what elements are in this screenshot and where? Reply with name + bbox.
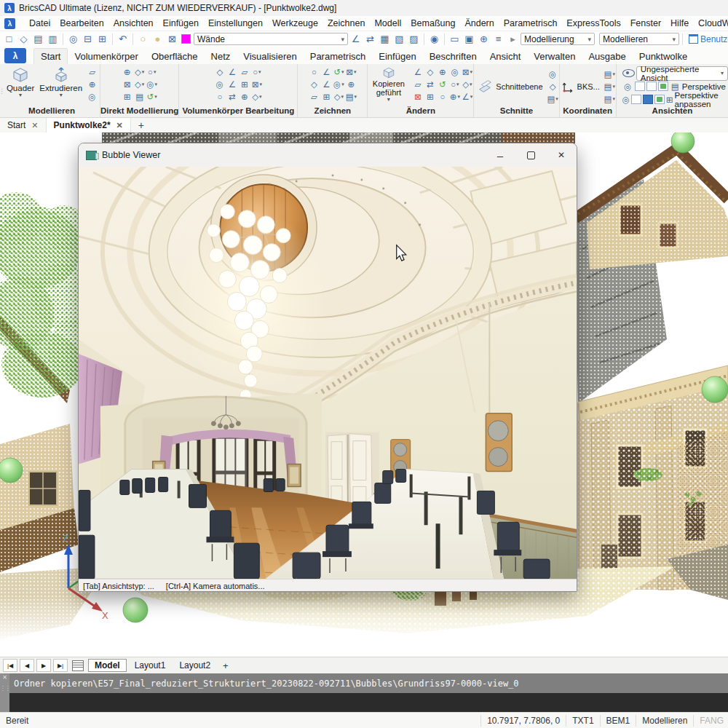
tab-ausgabe[interactable]: Ausgabe bbox=[582, 49, 632, 64]
close-button[interactable] bbox=[546, 143, 577, 167]
tool-icon[interactable] bbox=[547, 68, 559, 80]
doc-tab-punktwolke2[interactable]: Punktwolke2* ✕ bbox=[47, 118, 131, 132]
view-dropdown[interactable]: Ungespeicherte Ansicht ▾ bbox=[636, 66, 728, 81]
layer-walk-icon[interactable] bbox=[392, 33, 406, 46]
next-layout-button[interactable] bbox=[36, 659, 51, 672]
command-input[interactable] bbox=[9, 693, 728, 712]
menu-werkzeuge[interactable]: Werkzeuge bbox=[272, 18, 318, 28]
tab-verwalten[interactable]: Verwalten bbox=[527, 49, 582, 64]
menu-fenster[interactable]: Fenster bbox=[630, 18, 661, 28]
viewport-icon[interactable] bbox=[635, 82, 645, 91]
tool-icon[interactable] bbox=[411, 79, 424, 90]
draw-order-icon[interactable] bbox=[462, 33, 476, 46]
tool-icon[interactable] bbox=[250, 79, 263, 90]
quader-button[interactable]: Quader ▾ bbox=[5, 66, 36, 106]
last-layout-button[interactable] bbox=[53, 659, 68, 672]
tool-icon[interactable] bbox=[436, 66, 448, 78]
tool-icon[interactable] bbox=[308, 79, 320, 90]
menu-expresstools[interactable]: ExpressTools bbox=[566, 18, 620, 28]
menu-ansichten[interactable]: Ansichten bbox=[114, 18, 154, 28]
more-icon[interactable] bbox=[506, 33, 520, 46]
layer-manager-icon[interactable] bbox=[378, 33, 392, 46]
tool-icon[interactable] bbox=[121, 66, 133, 78]
layout-tab-model[interactable]: Model bbox=[88, 659, 127, 672]
tool-icon[interactable] bbox=[320, 91, 333, 103]
tab-beschriften[interactable]: Beschriften bbox=[423, 49, 483, 64]
tool-icon[interactable] bbox=[146, 66, 158, 78]
tool-icon[interactable] bbox=[250, 91, 263, 103]
layer-isolate-icon[interactable] bbox=[349, 33, 363, 46]
workspace-field[interactable]: Modellieren bbox=[636, 715, 693, 726]
publish-icon[interactable] bbox=[95, 33, 109, 46]
menu-modell[interactable]: Modell bbox=[374, 18, 401, 28]
tool-icon[interactable] bbox=[250, 66, 263, 78]
bubble-viewer-window[interactable]: Bubble Viewer bbox=[78, 143, 577, 592]
menu-datei[interactable]: Datei bbox=[29, 18, 50, 28]
menu-bemassung[interactable]: Bemaßung bbox=[411, 18, 455, 28]
tool-icon[interactable] bbox=[436, 79, 448, 90]
tool-icon[interactable] bbox=[226, 91, 238, 103]
tool-icon[interactable] bbox=[146, 79, 158, 90]
open-document-icon[interactable] bbox=[17, 33, 31, 46]
tool-icon[interactable] bbox=[308, 91, 320, 103]
coordinates-display[interactable]: 10.7917, 7.7806, 0 bbox=[480, 715, 566, 726]
tool-icon[interactable] bbox=[411, 91, 424, 103]
viewport-icon[interactable] bbox=[658, 82, 668, 91]
add-layout-button[interactable]: + bbox=[218, 660, 233, 671]
tool-icon[interactable] bbox=[213, 66, 226, 78]
tab-parametrisch[interactable]: Parametrisch bbox=[304, 49, 373, 64]
menu-cloudworx[interactable]: CloudWorx bbox=[698, 18, 728, 28]
drawing-explorer-icon[interactable] bbox=[491, 33, 505, 46]
tool-icon[interactable] bbox=[345, 66, 357, 78]
tab-oberflaeche[interactable]: Oberfläche bbox=[145, 49, 205, 64]
tool-icon[interactable] bbox=[213, 91, 226, 103]
panorama-photo[interactable] bbox=[79, 167, 577, 579]
menu-einfuegen[interactable]: Einfügen bbox=[163, 18, 199, 28]
bubble-marker[interactable] bbox=[123, 598, 148, 622]
drawing-canvas[interactable]: Z X Bubble Viewer bbox=[0, 132, 728, 657]
tool-icon[interactable] bbox=[345, 91, 357, 103]
bubble-viewer-titlebar[interactable]: Bubble Viewer bbox=[79, 143, 577, 167]
tool-icon[interactable] bbox=[333, 66, 345, 78]
previous-layout-button[interactable] bbox=[20, 659, 34, 672]
tool-icon[interactable] bbox=[448, 79, 461, 90]
tool-icon[interactable] bbox=[238, 79, 250, 90]
new-tab-button[interactable]: + bbox=[131, 118, 151, 132]
tool-icon[interactable] bbox=[604, 68, 616, 80]
layout-tab-layout1[interactable]: Layout1 bbox=[129, 660, 172, 671]
perspektive-anpassen-button[interactable]: Perspektive anpassen bbox=[675, 91, 728, 108]
tool-icon[interactable] bbox=[133, 79, 146, 90]
menu-einstellungen[interactable]: Einstellungen bbox=[208, 18, 263, 28]
tool-icon[interactable] bbox=[333, 79, 345, 90]
tool-icon[interactable] bbox=[320, 66, 333, 78]
menu-bearbeiten[interactable]: Bearbeiten bbox=[60, 18, 103, 28]
schnittebene-button[interactable]: Schnittebene bbox=[474, 79, 544, 95]
settings-icon[interactable] bbox=[477, 33, 491, 46]
command-panel-grip[interactable] bbox=[0, 673, 10, 712]
first-layout-button[interactable] bbox=[3, 659, 17, 672]
menu-zeichnen[interactable]: Zeichnen bbox=[328, 18, 365, 28]
ui-settings-link[interactable]: Benutzeroberfläche-Einstellungen bbox=[689, 34, 728, 44]
tool-icon[interactable] bbox=[121, 91, 133, 103]
tool-icon[interactable] bbox=[424, 66, 436, 78]
layer-freeze-icon[interactable] bbox=[151, 33, 165, 46]
menu-parametrisch[interactable]: Parametrisch bbox=[504, 18, 558, 28]
print-preview-icon[interactable] bbox=[66, 33, 80, 46]
ribbon-app-button[interactable] bbox=[4, 48, 26, 63]
workspace-dropdown[interactable]: Modellierung▾ bbox=[521, 33, 595, 45]
tool-icon[interactable] bbox=[226, 79, 238, 90]
tool-icon[interactable] bbox=[333, 91, 345, 103]
tool-icon[interactable] bbox=[461, 91, 473, 103]
doc-tab-start[interactable]: Start ✕ bbox=[0, 118, 47, 132]
tool-icon[interactable] bbox=[146, 91, 158, 103]
print-icon[interactable] bbox=[81, 33, 95, 46]
tool-icon[interactable] bbox=[436, 91, 448, 103]
adjust-icon[interactable] bbox=[666, 94, 673, 106]
tool-icon[interactable] bbox=[547, 93, 559, 105]
bubble-marker[interactable] bbox=[671, 132, 695, 153]
tool-icon[interactable] bbox=[226, 66, 238, 78]
tab-netz[interactable]: Netz bbox=[205, 49, 237, 64]
layer-color-swatch[interactable] bbox=[181, 34, 191, 44]
layer-lock-icon[interactable] bbox=[165, 33, 179, 46]
tool-icon[interactable] bbox=[238, 91, 250, 103]
